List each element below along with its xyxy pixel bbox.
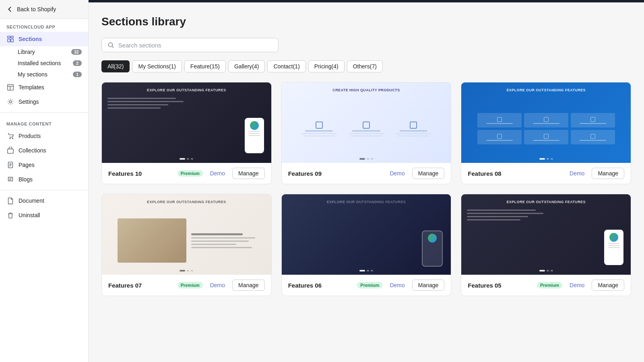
templates-icon <box>6 83 14 91</box>
demo-button-features06[interactable]: Demo <box>386 280 408 290</box>
main-inner: Sections library All(32)My Sections(1)Fe… <box>89 2 644 362</box>
svg-rect-1 <box>11 36 13 38</box>
manage-button-features07[interactable]: Manage <box>232 280 265 291</box>
card-image-features08: EXPLORE OUR OUTSTANDING FEATURES <box>461 82 631 163</box>
document-icon <box>6 197 14 205</box>
sidebar-divider-2 <box>0 190 88 190</box>
card-footer-features09: Features 09DemoManage <box>282 163 451 184</box>
card-footer-features10: Features 10PremiumDemoManage <box>102 163 271 184</box>
card-image-features06: EXPLORE OUR OUTSTANDING FEATURES <box>282 194 451 275</box>
library-badge: 32 <box>71 49 82 55</box>
card-footer-features07: Features 07PremiumDemoManage <box>102 275 271 296</box>
card-name-features08: Features 08 <box>468 170 562 177</box>
manage-button-features05[interactable]: Manage <box>592 280 624 291</box>
filter-tab-all[interactable]: All(32) <box>101 60 130 72</box>
card-badge-features06: Premium <box>357 282 382 288</box>
filter-tab-my[interactable]: My Sections(1) <box>132 60 182 72</box>
back-to-shopify[interactable]: Back to Shopify <box>0 0 88 19</box>
search-input[interactable] <box>118 42 272 49</box>
svg-point-8 <box>10 138 10 139</box>
pages-icon <box>6 161 14 169</box>
main-content: Sections library All(32)My Sections(1)Fe… <box>89 0 644 362</box>
back-label: Back to Shopify <box>17 6 56 12</box>
filter-tab-pricing[interactable]: Pricing(4) <box>308 60 345 72</box>
card-name-features05: Features 05 <box>468 282 533 289</box>
manage-content-label: MANAGE CONTENT <box>0 116 88 129</box>
svg-rect-0 <box>8 36 10 38</box>
sidebar-item-settings[interactable]: Settings <box>0 95 88 109</box>
section-card-features08: EXPLORE OUR OUTSTANDING FEATURESFeatures… <box>461 82 631 184</box>
filter-tab-feature[interactable]: Feature(15) <box>184 60 226 72</box>
products-label: Products <box>19 133 41 139</box>
sidebar-item-uninstall[interactable]: Uninstall <box>0 208 88 222</box>
card-badge-features10: Premium <box>178 170 203 177</box>
filter-tab-others[interactable]: Others(7) <box>347 60 383 72</box>
sidebar-item-pages[interactable]: Pages <box>0 158 88 172</box>
manage-button-features08[interactable]: Manage <box>592 168 624 179</box>
templates-label: Templates <box>19 84 44 90</box>
settings-label: Settings <box>19 99 39 105</box>
card-name-features10: Features 10 <box>108 170 173 177</box>
search-bar-container <box>101 38 279 52</box>
svg-rect-4 <box>8 84 13 90</box>
arrow-left-icon <box>6 6 14 13</box>
app-name-label: SECTIONCLOUD APP <box>0 19 88 32</box>
card-image-features09: CREATE HIGH QUALITY PRODUCTS <box>282 82 451 163</box>
uninstall-label: Uninstall <box>19 212 40 218</box>
demo-button-features08[interactable]: Demo <box>566 169 588 178</box>
card-name-features06: Features 06 <box>288 282 353 289</box>
uninstall-icon <box>6 211 14 219</box>
svg-rect-3 <box>11 39 13 42</box>
demo-button-features05[interactable]: Demo <box>566 280 588 290</box>
card-image-features05: EXPLORE OUR OUTSTANDING FEATURES <box>461 194 631 275</box>
my-sections-label: My sections <box>18 71 47 78</box>
blogs-icon <box>6 175 14 183</box>
demo-button-features10[interactable]: Demo <box>207 169 228 178</box>
section-card-features09: CREATE HIGH QUALITY PRODUCTSFeatures 09D… <box>281 82 452 184</box>
filter-tabs: All(32)My Sections(1)Feature(15)Gallery(… <box>101 60 631 72</box>
manage-button-features10[interactable]: Manage <box>232 168 265 179</box>
card-badge-features07: Premium <box>178 282 203 288</box>
page-title: Sections library <box>101 15 631 28</box>
sidebar-item-blogs[interactable]: Blogs <box>0 172 88 187</box>
document-label: Document <box>19 197 44 204</box>
sidebar-item-my-sections[interactable]: My sections 1 <box>18 69 88 80</box>
sidebar-item-library[interactable]: Library 32 <box>18 46 88 58</box>
sections-submenu: Library 32 Installed sections 2 My secti… <box>0 46 88 80</box>
sidebar-item-collections[interactable]: Collections <box>0 143 88 158</box>
pages-label: Pages <box>19 162 35 168</box>
card-name-features07: Features 07 <box>108 282 173 289</box>
blogs-label: Blogs <box>19 176 33 183</box>
svg-point-9 <box>12 138 13 139</box>
card-footer-features06: Features 06PremiumDemoManage <box>282 275 451 296</box>
card-image-features07: EXPLORE OUR OUTSTANDING FEATURES <box>102 194 271 275</box>
sections-grid: EXPLORE OUR OUTSTANDING FEATURESFeatures… <box>101 82 631 296</box>
svg-rect-2 <box>8 39 10 42</box>
settings-icon <box>6 98 14 106</box>
collections-icon <box>6 146 14 154</box>
card-badge-features05: Premium <box>537 282 562 288</box>
section-card-features05: EXPLORE OUR OUTSTANDING FEATURESFeatures… <box>461 194 631 296</box>
collections-label: Collections <box>19 147 46 154</box>
manage-button-features09[interactable]: Manage <box>412 168 445 179</box>
installed-badge: 2 <box>73 60 82 66</box>
sidebar-item-templates[interactable]: Templates <box>0 80 88 95</box>
library-label: Library <box>18 49 35 55</box>
demo-button-features07[interactable]: Demo <box>207 280 228 290</box>
demo-button-features09[interactable]: Demo <box>386 169 408 178</box>
filter-tab-gallery[interactable]: Gallery(4) <box>228 60 265 72</box>
sidebar: Back to Shopify SECTIONCLOUD APP Section… <box>0 0 89 362</box>
sidebar-item-products[interactable]: Products <box>0 129 88 143</box>
search-icon <box>107 41 114 49</box>
manage-button-features06[interactable]: Manage <box>412 280 445 291</box>
my-sections-badge: 1 <box>73 72 82 77</box>
section-card-features06: EXPLORE OUR OUTSTANDING FEATURESFeatures… <box>281 194 452 296</box>
installed-label: Installed sections <box>18 60 61 66</box>
section-card-features10: EXPLORE OUR OUTSTANDING FEATURESFeatures… <box>101 82 272 184</box>
sidebar-item-sections[interactable]: Sections <box>0 32 88 46</box>
filter-tab-contact[interactable]: Contact(1) <box>267 60 305 72</box>
sidebar-item-document[interactable]: Document <box>0 193 88 208</box>
card-footer-features08: Features 08DemoManage <box>461 163 631 184</box>
sidebar-item-installed[interactable]: Installed sections 2 <box>18 58 88 69</box>
sections-label: Sections <box>19 36 42 42</box>
